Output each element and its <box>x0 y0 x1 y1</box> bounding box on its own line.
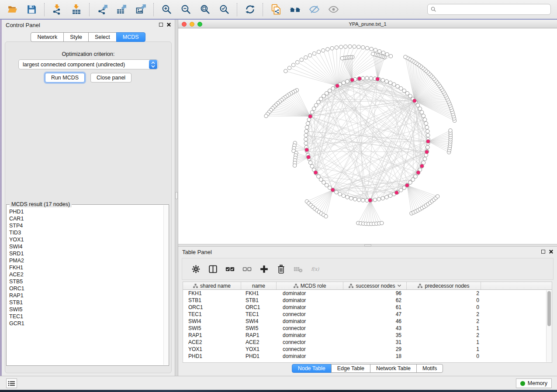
table-cell[interactable]: 2 <box>407 318 481 325</box>
tab-edge-table[interactable]: Edge Table <box>331 364 370 373</box>
mcds-result-item[interactable]: PMA2 <box>8 257 163 264</box>
table-cell[interactable]: connector <box>277 339 343 346</box>
table-cell[interactable]: 2 <box>407 311 481 318</box>
table-cell[interactable]: 2 <box>407 290 481 297</box>
table-cell[interactable]: STB1 <box>241 297 277 304</box>
mcds-result-item[interactable]: YOX1 <box>8 236 163 243</box>
optimization-criterion-select[interactable]: largest connected component (undirected) <box>18 59 158 69</box>
table-row[interactable]: ACE2ACE2connector311 <box>183 339 552 346</box>
search-input[interactable] <box>439 7 550 13</box>
tab-select[interactable]: Select <box>88 32 117 42</box>
table-cell[interactable]: 1 <box>407 339 481 346</box>
table-cell[interactable]: connector <box>277 311 343 318</box>
table-cell[interactable]: 0 <box>407 297 481 304</box>
show-all-button[interactable] <box>324 2 343 17</box>
tab-node-table[interactable]: Node Table <box>292 364 332 373</box>
column-header-predecessor-nodes[interactable]: predecessor nodes <box>407 282 481 289</box>
table-row[interactable]: FKH1FKH1dominator962 <box>183 290 552 297</box>
mcds-result-item[interactable]: RAP1 <box>8 292 163 299</box>
export-image-button[interactable] <box>131 2 150 17</box>
mcds-result-item[interactable]: SRD1 <box>8 250 163 257</box>
network-view[interactable] <box>178 28 557 244</box>
table-cell[interactable]: SWI5 <box>241 325 277 332</box>
close-panel-icon[interactable] <box>166 22 171 27</box>
close-panel-button[interactable]: Close panel <box>90 73 131 83</box>
table-row[interactable]: RAP1RAP1dominator352 <box>183 332 552 339</box>
zoom-out-button[interactable] <box>176 2 195 17</box>
table-row[interactable]: YOX1YOX1connector291 <box>183 346 552 353</box>
float-panel-icon[interactable] <box>159 23 163 27</box>
table-cell[interactable]: 62 <box>343 297 407 304</box>
table-row[interactable]: ORC1ORC1dominator610 <box>183 304 552 311</box>
first-neighbors-button[interactable] <box>285 2 304 17</box>
open-file-button[interactable] <box>3 2 22 17</box>
vertical-splitter[interactable] <box>175 20 178 376</box>
mcds-result-item[interactable]: ORC1 <box>8 285 163 292</box>
table-cell[interactable]: ORC1 <box>241 304 277 311</box>
table-cell[interactable]: 0 <box>407 353 481 360</box>
function-builder-button[interactable]: f(x) <box>307 261 324 276</box>
table-cell[interactable]: dominator <box>277 332 343 339</box>
table-cell[interactable]: connector <box>277 325 343 332</box>
table-cell[interactable]: 46 <box>343 318 407 325</box>
network-window-titlebar[interactable]: YPA_prune.txt_1 <box>178 20 557 28</box>
deselect-all-columns-button[interactable] <box>239 261 256 276</box>
table-cell[interactable]: 1 <box>407 325 481 332</box>
mcds-result-item[interactable]: STB5 <box>8 278 163 285</box>
table-cell[interactable]: TEC1 <box>183 311 241 318</box>
settings-gear-button[interactable] <box>187 261 204 276</box>
table-cell[interactable]: 2 <box>407 332 481 339</box>
table-scrollbar[interactable] <box>546 290 552 362</box>
table-row[interactable]: SWI4SWI4dominator462 <box>183 318 552 325</box>
table-cell[interactable]: 29 <box>343 346 407 353</box>
mcds-result-item[interactable]: GCR1 <box>8 320 163 327</box>
mcds-result-item[interactable]: PHD1 <box>8 208 163 215</box>
delete-columns-button[interactable] <box>273 261 290 276</box>
splitter-grip[interactable] <box>364 244 371 246</box>
table-cell[interactable]: PHD1 <box>183 353 241 360</box>
mcds-result-item[interactable]: SWI5 <box>8 306 163 313</box>
table-cell[interactable]: dominator <box>277 304 343 311</box>
table-cell[interactable]: 43 <box>343 325 407 332</box>
search-field[interactable] <box>427 4 551 15</box>
mcds-result-item[interactable]: CAR1 <box>8 215 163 222</box>
save-session-button[interactable] <box>22 2 41 17</box>
table-row[interactable]: PHD1PHD1dominator180 <box>183 353 552 360</box>
hide-selected-button[interactable] <box>304 2 324 17</box>
column-header-successor-nodes[interactable]: successor nodes <box>343 282 407 289</box>
table-cell[interactable]: SWI4 <box>183 318 241 325</box>
task-history-button[interactable] <box>6 378 17 388</box>
refresh-view-button[interactable] <box>240 2 259 17</box>
mcds-result-item[interactable]: TID3 <box>8 229 163 236</box>
table-row[interactable]: SWI5SWI5connector431 <box>183 325 552 332</box>
zoom-fit-button[interactable] <box>195 2 214 17</box>
table-row[interactable]: TEC1TEC1connector472 <box>183 311 552 318</box>
table-cell[interactable]: RAP1 <box>183 332 241 339</box>
zoom-selected-button[interactable] <box>214 2 234 17</box>
table-cell[interactable]: 1 <box>407 346 481 353</box>
zoom-in-button[interactable] <box>157 2 176 17</box>
run-mcds-button[interactable]: Run MCDS <box>45 73 85 83</box>
tab-motifs[interactable]: Motifs <box>416 364 443 373</box>
table-cell[interactable]: 47 <box>343 311 407 318</box>
table-cell[interactable]: ACE2 <box>183 339 241 346</box>
table-cell[interactable]: YOX1 <box>183 346 241 353</box>
memory-button[interactable]: Memory <box>516 378 552 388</box>
mcds-result-item[interactable]: ACE2 <box>8 271 163 278</box>
table-cell[interactable]: 35 <box>343 332 407 339</box>
clone-network-button[interactable] <box>266 2 285 17</box>
column-header-name[interactable]: name <box>241 282 277 289</box>
select-all-columns-button[interactable] <box>221 261 239 276</box>
table-cell[interactable]: 0 <box>407 304 481 311</box>
table-cell[interactable]: 31 <box>343 339 407 346</box>
result-scrollbar[interactable] <box>163 205 168 365</box>
table-cell[interactable]: dominator <box>277 353 343 360</box>
scrollbar-thumb[interactable] <box>547 291 551 326</box>
network-graph[interactable] <box>178 28 557 244</box>
table-cell[interactable]: PHD1 <box>241 353 277 360</box>
mcds-result-item[interactable]: FKH1 <box>8 264 163 271</box>
table-cell[interactable]: STB1 <box>183 297 241 304</box>
tab-network-table[interactable]: Network Table <box>370 364 417 373</box>
tab-mcds[interactable]: MCDS <box>116 32 145 42</box>
column-header-mcds-role[interactable]: MCDS role <box>277 282 343 289</box>
